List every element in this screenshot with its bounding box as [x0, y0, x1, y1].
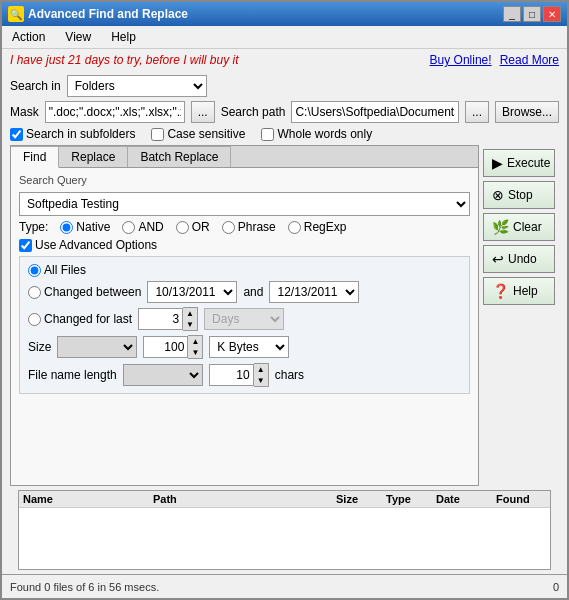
tab-find[interactable]: Find: [11, 146, 59, 168]
stop-button[interactable]: ⊗ Stop: [483, 181, 555, 209]
results-col-type: Type: [386, 493, 436, 505]
results-col-found: Found: [496, 493, 546, 505]
size-spinner-buttons: ▲ ▼: [188, 335, 203, 359]
size-down-button[interactable]: ▼: [188, 347, 202, 358]
case-sensitive-label: Case sensitive: [167, 127, 245, 141]
whole-words-label: Whole words only: [277, 127, 372, 141]
changed-for-unit-select[interactable]: Days Hours Minutes: [204, 308, 284, 330]
execute-button[interactable]: ▶ Execute: [483, 149, 555, 177]
menu-action[interactable]: Action: [6, 28, 51, 46]
results-col-date: Date: [436, 493, 496, 505]
search-query-label: Search Query: [19, 174, 470, 186]
all-files-label: All Files: [44, 263, 86, 277]
size-operator-select[interactable]: < > =: [57, 336, 137, 358]
type-native-radio[interactable]: [60, 221, 73, 234]
changed-for-radio[interactable]: [28, 313, 41, 326]
menu-help[interactable]: Help: [105, 28, 142, 46]
results-col-path: Path: [153, 493, 336, 505]
subfolders-label: Search in subfolders: [26, 127, 135, 141]
promo-links: Buy Online! Read More: [430, 53, 559, 67]
maximize-button[interactable]: □: [523, 6, 541, 22]
read-more-link[interactable]: Read More: [500, 53, 559, 67]
type-and-label[interactable]: AND: [122, 220, 163, 234]
type-phrase-label[interactable]: Phrase: [222, 220, 276, 234]
minimize-button[interactable]: _: [503, 6, 521, 22]
all-files-radio[interactable]: [28, 264, 41, 277]
subfolders-checkbox-label[interactable]: Search in subfolders: [10, 127, 135, 141]
filename-length-input[interactable]: [209, 364, 254, 386]
path-browse-small-button[interactable]: ...: [465, 101, 489, 123]
all-files-radio-label[interactable]: All Files: [28, 263, 86, 277]
size-up-button[interactable]: ▲: [188, 336, 202, 347]
close-button[interactable]: ✕: [543, 6, 561, 22]
search-path-input[interactable]: [291, 101, 459, 123]
clear-icon: 🌿: [492, 219, 509, 235]
mask-path-row: Mask ... Search path ... Browse...: [10, 101, 559, 123]
all-files-row: All Files: [28, 263, 461, 277]
case-sensitive-checkbox[interactable]: [151, 128, 164, 141]
title-bar-left: 🔍 Advanced Find and Replace: [8, 6, 188, 22]
size-unit-select[interactable]: K Bytes Bytes M Bytes: [209, 336, 289, 358]
changed-for-down-button[interactable]: ▼: [183, 319, 197, 330]
undo-button[interactable]: ↩ Undo: [483, 245, 555, 273]
checkboxes-row: Search in subfolders Case sensitive Whol…: [10, 127, 559, 141]
mask-browse-button[interactable]: ...: [191, 101, 215, 123]
app-icon: 🔍: [8, 6, 24, 22]
type-or-text: OR: [192, 220, 210, 234]
search-query-select[interactable]: Softpedia Testing: [19, 192, 470, 216]
search-in-row: Search in Folders Files Registry: [10, 75, 559, 97]
date-from-select[interactable]: 10/13/2011: [147, 281, 237, 303]
results-col-size: Size: [336, 493, 386, 505]
changed-for-label: Changed for last: [44, 312, 132, 326]
clear-button[interactable]: 🌿 Clear: [483, 213, 555, 241]
type-regexp-label[interactable]: RegExp: [288, 220, 347, 234]
type-label: Type:: [19, 220, 48, 234]
type-phrase-radio[interactable]: [222, 221, 235, 234]
tab-bar: Find Replace Batch Replace: [11, 146, 478, 168]
advanced-options-checkbox-label[interactable]: Use Advanced Options: [19, 238, 470, 252]
type-and-text: AND: [138, 220, 163, 234]
filename-operator-select[interactable]: < > =: [123, 364, 203, 386]
changed-between-radio[interactable]: [28, 286, 41, 299]
help-label: Help: [513, 284, 538, 298]
type-regexp-text: RegExp: [304, 220, 347, 234]
date-to-select[interactable]: 12/13/2011: [269, 281, 359, 303]
filename-length-label: File name length: [28, 368, 117, 382]
whole-words-checkbox-label[interactable]: Whole words only: [261, 127, 372, 141]
execute-icon: ▶: [492, 155, 503, 171]
results-header: Name Path Size Type Date Found: [19, 491, 550, 508]
type-native-label[interactable]: Native: [60, 220, 110, 234]
filename-length-down-button[interactable]: ▼: [254, 375, 268, 386]
subfolders-checkbox[interactable]: [10, 128, 23, 141]
chars-label: chars: [275, 368, 304, 382]
size-label: Size: [28, 340, 51, 354]
tab-replace[interactable]: Replace: [59, 146, 128, 167]
mask-input[interactable]: [45, 101, 185, 123]
advanced-options-checkbox[interactable]: [19, 239, 32, 252]
search-in-select[interactable]: Folders Files Registry: [67, 75, 207, 97]
filename-length-up-button[interactable]: ▲: [254, 364, 268, 375]
type-regexp-radio[interactable]: [288, 221, 301, 234]
whole-words-checkbox[interactable]: [261, 128, 274, 141]
type-native-text: Native: [76, 220, 110, 234]
help-button[interactable]: ❓ Help: [483, 277, 555, 305]
changed-for-input[interactable]: [138, 308, 183, 330]
buy-link[interactable]: Buy Online!: [430, 53, 492, 67]
changed-for-radio-label[interactable]: Changed for last: [28, 312, 132, 326]
results-col-name: Name: [23, 493, 153, 505]
type-or-label[interactable]: OR: [176, 220, 210, 234]
changed-for-row: Changed for last ▲ ▼ Days: [28, 307, 461, 331]
case-sensitive-checkbox-label[interactable]: Case sensitive: [151, 127, 245, 141]
changed-for-up-button[interactable]: ▲: [183, 308, 197, 319]
changed-between-radio-label[interactable]: Changed between: [28, 285, 141, 299]
size-input[interactable]: [143, 336, 188, 358]
menu-view[interactable]: View: [59, 28, 97, 46]
tab-batch-replace[interactable]: Batch Replace: [128, 146, 231, 167]
browse-button[interactable]: Browse...: [495, 101, 559, 123]
type-or-radio[interactable]: [176, 221, 189, 234]
search-path-label: Search path: [221, 105, 286, 119]
title-bar: 🔍 Advanced Find and Replace _ □ ✕: [2, 2, 567, 26]
stop-label: Stop: [508, 188, 533, 202]
filename-length-spinner-buttons: ▲ ▼: [254, 363, 269, 387]
type-and-radio[interactable]: [122, 221, 135, 234]
